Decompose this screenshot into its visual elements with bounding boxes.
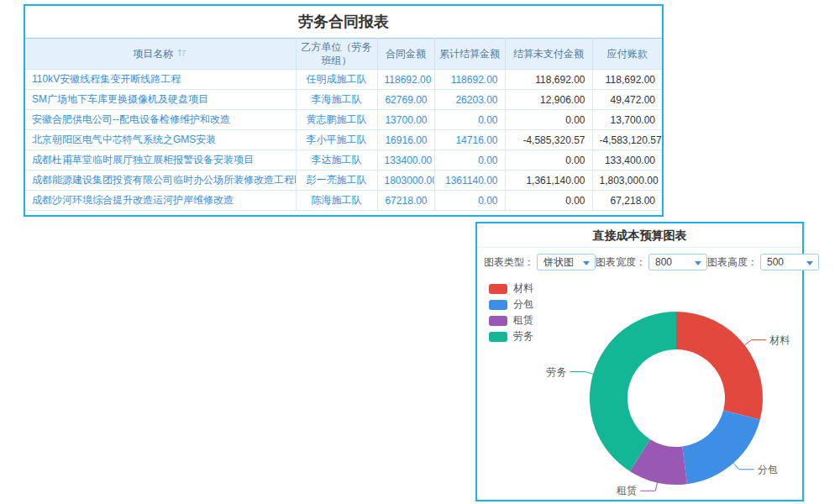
contract-amount-cell: 16916.00 xyxy=(377,130,434,150)
slice-label: 材料 xyxy=(769,334,790,346)
payable-cell: -4,583,120.57 xyxy=(592,130,662,150)
payable-cell: 1,803,000.00 xyxy=(592,171,662,191)
legend-swatch-icon xyxy=(489,332,507,342)
labor-contract-table: 项目名称 乙方单位（劳务班组） 合同金额 累计结算金额 结算未支付金额 应付账款… xyxy=(25,38,662,211)
chart-width-select[interactable]: 800 xyxy=(648,254,707,270)
chart-type-control: 图表类型： 饼状图 xyxy=(484,254,596,270)
column-header-unpaid-amount: 结算未支付金额 xyxy=(505,39,592,70)
legend-label: 劳务 xyxy=(513,329,533,344)
payable-cell: 133,400.00 xyxy=(592,150,662,171)
legend-label: 租赁 xyxy=(513,313,533,328)
column-header-contract-amount: 合同金额 xyxy=(377,39,434,70)
slice-label-line xyxy=(640,483,657,491)
contract-amount-cell: 118692.00 xyxy=(377,70,434,90)
payable-cell: 49,472.00 xyxy=(592,90,662,110)
legend-label: 分包 xyxy=(513,297,533,312)
column-header-project-name: 项目名称 xyxy=(25,39,296,70)
table-header-row: 项目名称 乙方单位（劳务班组） 合同金额 累计结算金额 结算未支付金额 应付账款 xyxy=(25,39,662,70)
chart-title: 直接成本预算图表 xyxy=(477,223,802,248)
slice-label-line xyxy=(570,372,594,375)
project-name-cell[interactable]: 成都杜甫草堂临时展厅独立展柜报警设备安装项目 xyxy=(25,150,296,171)
chart-type-value: 饼状图 xyxy=(543,256,574,268)
legend-item[interactable]: 租赁 xyxy=(489,312,533,328)
slice-label: 租赁 xyxy=(616,485,637,496)
slice-label-line xyxy=(744,340,766,345)
table-row: 成都沙河环境综合提升改造运河护岸维修改造陈海施工队67218.000.000.0… xyxy=(25,191,662,211)
contractor-cell[interactable]: 李海施工队 xyxy=(296,90,377,110)
table-row: 安徽合肥供电公司--配电设备检修维护和改造黄志鹏施工队13700.000.000… xyxy=(25,110,662,130)
payable-cell: 118,692.00 xyxy=(592,70,662,90)
legend-item[interactable]: 分包 xyxy=(489,297,533,312)
chart-legend: 材料分包租赁劳务 xyxy=(489,281,533,344)
unpaid-amount-cell: 0.00 xyxy=(505,150,592,171)
column-header-label: 项目名称 xyxy=(133,48,173,60)
sort-icon[interactable] xyxy=(177,48,187,61)
page: 劳务合同报表 项目名称 乙方单位（劳务班组） 合同金额 累计结算金额 结算未支付… xyxy=(0,0,840,504)
table-row: 成都杜甫草堂临时展厅独立展柜报警设备安装项目李达施工队133400.000.00… xyxy=(25,150,662,171)
chart-width-label: 图表宽度： xyxy=(596,255,646,270)
legend-swatch-icon xyxy=(489,316,507,326)
pie-slice-0[interactable] xyxy=(676,312,763,420)
payable-cell: 13,700.00 xyxy=(592,110,662,130)
project-name-cell[interactable]: 110kV安徽线程集变开断线路工程 xyxy=(25,70,296,90)
project-name-cell[interactable]: 安徽合肥供电公司--配电设备检修维护和改造 xyxy=(25,110,296,130)
chart-height-control: 图表高度： 500 xyxy=(707,254,819,270)
slice-label-line xyxy=(733,463,754,470)
chart-height-label: 图表高度： xyxy=(707,255,758,270)
contract-amount-cell: 13700.00 xyxy=(377,110,434,130)
project-name-cell[interactable]: 北京朝阳区电气中芯特气系统之GMS安装 xyxy=(25,130,296,150)
settled-amount-cell: 0.00 xyxy=(434,191,505,211)
labor-contract-report-panel: 劳务合同报表 项目名称 乙方单位（劳务班组） 合同金额 累计结算金额 结算未支付… xyxy=(24,4,664,217)
unpaid-amount-cell: 12,906.00 xyxy=(505,90,592,110)
settled-amount-cell: 26203.00 xyxy=(434,90,505,110)
table-row: 110kV安徽线程集变开断线路工程任明成施工队118692.00118692.0… xyxy=(25,70,662,90)
project-name-cell[interactable]: 成都能源建设集团投资有限公司临时办公场所装修改造工程EPC xyxy=(25,171,296,191)
legend-item[interactable]: 劳务 xyxy=(489,328,533,344)
chart-height-value: 500 xyxy=(767,256,784,268)
project-name-cell[interactable]: SM广场地下车库更换摄像机及硬盘项目 xyxy=(25,90,296,110)
contractor-cell[interactable]: 彭一亮施工队 xyxy=(296,171,377,191)
payable-cell: 67,218.00 xyxy=(592,191,662,211)
chart-type-select[interactable]: 饼状图 xyxy=(537,254,596,270)
settled-amount-cell: 1361140.00 xyxy=(434,171,505,191)
settled-amount-cell: 14716.00 xyxy=(434,130,505,150)
legend-swatch-icon xyxy=(489,300,507,310)
chevron-down-icon xyxy=(583,261,590,265)
settled-amount-cell: 0.00 xyxy=(434,150,505,171)
slice-label: 分包 xyxy=(758,464,778,475)
direct-cost-chart-panel: 直接成本预算图表 图表类型： 饼状图 图表宽度： 800 图表高度： 500 xyxy=(475,222,804,501)
report-title: 劳务合同报表 xyxy=(25,6,662,38)
contractor-cell[interactable]: 李小平施工队 xyxy=(296,130,377,150)
unpaid-amount-cell: 118,692.00 xyxy=(505,70,592,90)
chart-type-label: 图表类型： xyxy=(484,255,534,270)
chart-height-select[interactable]: 500 xyxy=(760,254,819,270)
pie-slice-1[interactable] xyxy=(682,410,760,484)
chart-controls: 图表类型： 饼状图 图表宽度： 800 图表高度： 500 xyxy=(484,253,795,271)
legend-swatch-icon xyxy=(489,284,507,294)
chevron-down-icon xyxy=(695,261,701,265)
legend-label: 材料 xyxy=(513,281,533,296)
column-header-settled-amount: 累计结算金额 xyxy=(434,39,505,70)
contractor-cell[interactable]: 任明成施工队 xyxy=(296,70,377,90)
contract-amount-cell: 133400.00 xyxy=(377,150,434,171)
chevron-down-icon xyxy=(806,261,813,265)
slice-label: 劳务 xyxy=(547,366,567,378)
column-header-contractor: 乙方单位（劳务班组） xyxy=(296,39,377,70)
contract-amount-cell: 62769.00 xyxy=(377,90,434,110)
contractor-cell[interactable]: 陈海施工队 xyxy=(296,191,377,211)
contractor-cell[interactable]: 黄志鹏施工队 xyxy=(296,110,377,130)
project-name-cell[interactable]: 成都沙河环境综合提升改造运河护岸维修改造 xyxy=(25,191,296,211)
unpaid-amount-cell: 0.00 xyxy=(505,191,592,211)
chart-width-control: 图表宽度： 800 xyxy=(596,254,707,270)
settled-amount-cell: 118692.00 xyxy=(434,70,505,90)
unpaid-amount-cell: 1,361,140.00 xyxy=(505,171,592,191)
table-row: 成都能源建设集团投资有限公司临时办公场所装修改造工程EPC彭一亮施工队18030… xyxy=(25,171,662,191)
table-row: 北京朝阳区电气中芯特气系统之GMS安装李小平施工队16916.0014716.0… xyxy=(25,130,662,150)
contract-amount-cell: 67218.00 xyxy=(377,191,434,211)
contract-amount-cell: 1803000.00 xyxy=(377,171,434,191)
legend-item[interactable]: 材料 xyxy=(489,281,533,297)
settled-amount-cell: 0.00 xyxy=(434,110,505,130)
unpaid-amount-cell: -4,585,320.57 xyxy=(505,130,592,150)
column-header-payable: 应付账款 xyxy=(592,39,662,70)
contractor-cell[interactable]: 李达施工队 xyxy=(296,150,377,171)
